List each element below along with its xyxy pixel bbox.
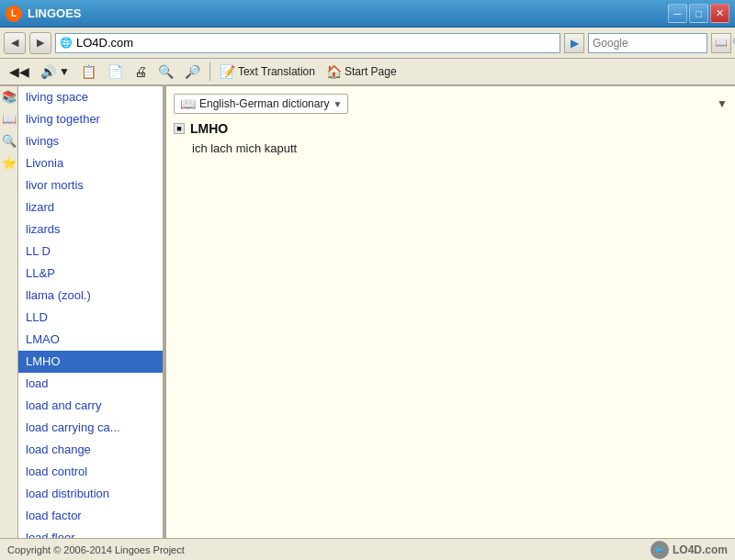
status-bar: Copyright © 2006-2014 Lingoes Project 🐦 … — [0, 538, 735, 560]
sidebar-item[interactable]: living together — [18, 108, 163, 130]
dict-header: 📖 English-German dictionary ▼ ▼ — [174, 94, 728, 114]
sidebar: living spaceliving togetherlivingsLivoni… — [18, 86, 164, 538]
dict-book-icon: 📖 — [180, 96, 196, 111]
toolbar-find-button[interactable]: 🔍 — [154, 61, 177, 83]
title-bar-controls: ─ □ ✕ — [668, 4, 729, 23]
sidebar-item[interactable]: load distribution — [18, 483, 163, 505]
title-bar: L LINGOES ─ □ ✕ — [0, 0, 735, 28]
entry-definition: ich lach mich kaputt — [192, 140, 728, 159]
status-logo: 🐦 LO4D.com — [650, 541, 728, 559]
sidebar-item[interactable]: load floor — [18, 527, 163, 538]
toolbar-separator-1 — [209, 62, 210, 81]
minimize-button[interactable]: ─ — [668, 4, 687, 23]
entry-bullet: ■ — [174, 123, 185, 134]
main-layout: 📚 📖 🔍 ⭐ living spaceliving togetherlivin… — [0, 86, 735, 538]
dictionary-icon[interactable]: 📚 — [2, 90, 17, 105]
sidebar-icons: 📚 📖 🔍 ⭐ — [0, 86, 18, 538]
title-bar-left: L LINGOES — [6, 6, 82, 22]
search-toolbar-icon: 🔎 — [185, 64, 200, 79]
sidebar-item[interactable]: LLD — [18, 307, 163, 329]
sidebar-item[interactable]: LL D — [18, 241, 163, 263]
sidebar-item[interactable]: lizard — [18, 196, 163, 218]
app-title: LINGOES — [28, 6, 82, 20]
search-wrapper: 🔍 — [588, 33, 707, 53]
sidebar-item[interactable]: LL&P — [18, 263, 163, 285]
content-area: 📖 English-German dictionary ▼ ▼ ■ LMHO i… — [166, 86, 735, 538]
copy-icon: 📋 — [81, 64, 96, 79]
toolbar-print-button[interactable]: 🖨 — [130, 61, 151, 83]
toolbar-speaker-button[interactable]: 🔊 ▼ — [37, 61, 74, 83]
toolbar-search-button[interactable]: 🔎 — [181, 61, 204, 83]
toolbar-paste-button[interactable]: 📄 — [104, 61, 127, 83]
paste-icon: 📄 — [107, 64, 123, 79]
sidebar-item[interactable]: load factor — [18, 505, 163, 527]
dict-icon-button[interactable]: 📖 — [711, 33, 731, 53]
sidebar-item[interactable]: load and carry — [18, 395, 163, 417]
dict-label: English-German dictionary — [199, 97, 329, 110]
sidebar-item[interactable]: load change — [18, 439, 163, 461]
speaker-dropdown-icon: ▼ — [59, 65, 70, 78]
sidebar-item[interactable]: lizards — [18, 218, 163, 241]
sidebar-item[interactable]: load — [18, 373, 163, 395]
maximize-button[interactable]: □ — [689, 4, 708, 23]
search-side-icon[interactable]: 🔍 — [2, 134, 17, 149]
toolbar-back-button[interactable]: ◀◀ — [6, 61, 33, 83]
dict-dropdown-icon: ▼ — [333, 99, 342, 109]
text-translation-label: Text Translation — [238, 65, 315, 78]
sidebar-item[interactable]: llama (zool.) — [18, 285, 163, 307]
start-page-button[interactable]: 🏠 Start Page — [322, 61, 401, 83]
entry-block: ■ LMHO ich lach mich kaputt — [174, 121, 728, 159]
app-icon: L — [6, 6, 22, 22]
entry-term: ■ LMHO — [174, 121, 728, 136]
sidebar-item[interactable]: Livonia — [18, 152, 163, 174]
start-page-label: Start Page — [345, 65, 397, 78]
sidebar-item[interactable]: living space — [18, 86, 163, 108]
back-icon: ◀◀ — [9, 64, 29, 79]
address-bar-icon: 🌐 — [60, 37, 73, 49]
copyright-text: Copyright © 2006-2014 Lingoes Project — [7, 544, 185, 555]
logo-circle: 🐦 — [650, 541, 669, 559]
dict-selector[interactable]: 📖 English-German dictionary ▼ — [174, 94, 348, 114]
address-input-wrapper: 🌐 — [55, 33, 560, 53]
toolbar: ◀◀ 🔊 ▼ 📋 📄 🖨 🔍 🔎 📝 Text Translation 🏠 St… — [0, 59, 735, 86]
toolbar-copy-button[interactable]: 📋 — [77, 61, 100, 83]
speaker-icon: 🔊 — [40, 64, 56, 79]
sidebar-item[interactable]: livings — [18, 130, 163, 152]
go-button[interactable]: ▶ — [564, 33, 584, 53]
sidebar-item[interactable]: LMAO — [18, 329, 163, 351]
forward-button[interactable]: ▶ — [29, 32, 51, 54]
content-expand-icon[interactable]: ▼ — [717, 97, 728, 110]
search-input[interactable] — [593, 37, 730, 50]
favorites-icon[interactable]: ⭐ — [2, 156, 17, 171]
sidebar-item[interactable]: load carrying ca... — [18, 417, 163, 439]
entry-word: LMHO — [190, 121, 228, 136]
start-page-icon: 🏠 — [326, 64, 342, 79]
text-translation-button[interactable]: 📝 Text Translation — [216, 61, 319, 83]
address-bar: ◀ ▶ 🌐 ▶ 🔍 📖 — [0, 28, 735, 59]
back-button[interactable]: ◀ — [4, 32, 26, 54]
find-icon: 🔍 — [158, 64, 174, 79]
book-icon[interactable]: 📖 — [2, 112, 17, 127]
close-button[interactable]: ✕ — [710, 4, 729, 23]
sidebar-item[interactable]: LMHO — [18, 351, 163, 373]
logo-text: LO4D.com — [673, 543, 728, 556]
text-translation-icon: 📝 — [220, 64, 235, 79]
sidebar-item[interactable]: load control — [18, 461, 163, 483]
print-icon: 🖨 — [134, 64, 147, 79]
address-input[interactable] — [76, 36, 556, 50]
sidebar-item[interactable]: livor mortis — [18, 174, 163, 196]
